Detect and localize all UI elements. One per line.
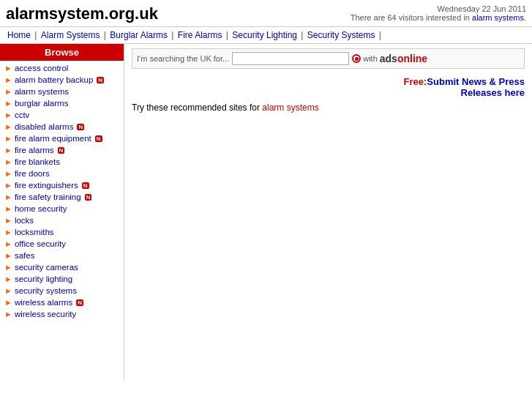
sidebar-link-fire-blankets[interactable]: fire blankets — [15, 157, 60, 166]
radio-button[interactable] — [352, 54, 361, 63]
arrow-icon: ► — [4, 169, 12, 178]
with-label: with — [363, 54, 378, 63]
arrow-icon: ► — [4, 239, 12, 248]
sidebar-link-security-cameras[interactable]: security cameras — [15, 263, 78, 272]
list-item: ► alarm systems — [0, 86, 124, 97]
sidebar-link-alarm-systems[interactable]: alarm systems — [15, 87, 69, 96]
sidebar-link-alarm-battery-backup[interactable]: alarm battery backup — [15, 75, 93, 84]
list-item: ► office security — [0, 238, 124, 250]
main-content: Browse ► access control ► alarm battery … — [0, 44, 532, 381]
arrow-icon: ► — [4, 216, 12, 225]
search-radio-area: with adsonline — [352, 53, 427, 64]
new-badge: N — [95, 135, 102, 142]
visitors-link[interactable]: alarm systems — [472, 13, 524, 22]
recommended-link[interactable]: alarm systems — [262, 102, 318, 113]
sidebar-link-fire-doors[interactable]: fire doors — [15, 169, 50, 178]
arrow-icon: ► — [4, 146, 12, 154]
sidebar-link-disabled-alarms[interactable]: disabled alarms — [15, 122, 74, 131]
list-item: ► alarm battery backup N — [0, 74, 124, 86]
list-item: ► security systems — [0, 285, 124, 297]
free-label: Free: — [404, 76, 427, 87]
sidebar-link-safes[interactable]: safes — [15, 251, 35, 260]
sidebar-link-burglar-alarms[interactable]: burglar alarms — [15, 99, 69, 108]
arrow-icon: ► — [4, 298, 12, 307]
search-label: I'm searching the UK for... — [137, 54, 229, 63]
nav-burglar-alarms[interactable]: Burglar Alarms — [110, 30, 168, 40]
nav-security-lighting[interactable]: Security Lighting — [232, 30, 297, 40]
list-item: ► fire blankets — [0, 156, 124, 168]
list-item: ► fire alarms N — [0, 144, 124, 156]
visitors-text: There are 64 visitors interested in — [351, 13, 472, 22]
arrow-icon: ► — [4, 75, 12, 84]
nav-fire-alarms[interactable]: Fire Alarms — [178, 30, 222, 40]
list-item: ► disabled alarms N — [0, 121, 124, 133]
ads-online-label: adsonline — [380, 53, 427, 64]
sidebar-link-security-lighting[interactable]: security lighting — [15, 275, 72, 283]
search-input[interactable] — [232, 52, 349, 65]
list-item: ► home security — [0, 203, 124, 215]
arrow-icon: ► — [4, 263, 12, 272]
sidebar-link-home-security[interactable]: home security — [15, 204, 67, 213]
arrow-icon: ► — [4, 310, 12, 318]
submit-news-link[interactable]: Submit News & PressReleases here — [427, 76, 525, 98]
list-item: ► fire safety training N — [0, 191, 124, 203]
online-label-text: online — [397, 53, 427, 64]
list-item: ► access control — [0, 62, 124, 74]
list-item: ► fire alarm equipment N — [0, 133, 124, 144]
content-area: I'm searching the UK for... with adsonli… — [124, 44, 532, 381]
sidebar-title: Browse — [0, 44, 124, 61]
arrow-icon: ► — [4, 134, 12, 143]
date-display: Wednesday 22 Jun 2011 — [351, 4, 526, 13]
nav-security-systems[interactable]: Security Systems — [307, 30, 375, 40]
list-item: ► fire doors — [0, 168, 124, 179]
new-badge: N — [82, 182, 89, 189]
sidebar-link-fire-extinguishers[interactable]: fire extinguishers — [15, 181, 78, 190]
list-item: ► security lighting — [0, 273, 124, 285]
sidebar-list: ► access control ► alarm battery backup … — [0, 61, 124, 321]
arrow-icon: ► — [4, 157, 12, 166]
sidebar-link-fire-safety-training[interactable]: fire safety training — [15, 193, 81, 201]
arrow-icon: ► — [4, 228, 12, 236]
sidebar-link-access-control[interactable]: access control — [15, 64, 69, 72]
sidebar-link-locksmiths[interactable]: locksmiths — [15, 228, 54, 236]
arrow-icon: ► — [4, 87, 12, 96]
list-item: ► locks — [0, 215, 124, 226]
list-item: ► wireless security — [0, 308, 124, 320]
sidebar-link-office-security[interactable]: office security — [15, 239, 66, 248]
main-nav: Home | Alarm Systems | Burglar Alarms | … — [0, 26, 532, 44]
list-item: ► wireless alarms N — [0, 297, 124, 308]
visitors-info: There are 64 visitors interested in alar… — [351, 13, 526, 22]
arrow-icon: ► — [4, 193, 12, 201]
recommended-text: Try these recommended sites for — [132, 102, 262, 113]
arrow-icon: ► — [4, 275, 12, 283]
arrow-icon: ► — [4, 251, 12, 260]
page-header: alarmsystem.org.uk Wednesday 22 Jun 2011… — [0, 0, 532, 26]
nav-home[interactable]: Home — [7, 30, 31, 40]
list-item: ► cctv — [0, 109, 124, 121]
sidebar: Browse ► access control ► alarm battery … — [0, 44, 124, 381]
site-title: alarmsystem.org.uk — [6, 4, 158, 23]
arrow-icon: ► — [4, 64, 12, 72]
sidebar-link-fire-alarms[interactable]: fire alarms — [15, 146, 54, 154]
list-item: ► safes — [0, 250, 124, 261]
sidebar-link-security-systems[interactable]: security systems — [15, 286, 77, 295]
nav-alarm-systems[interactable]: Alarm Systems — [41, 30, 100, 40]
sidebar-link-wireless-alarms[interactable]: wireless alarms — [15, 298, 72, 307]
sidebar-link-wireless-security[interactable]: wireless security — [15, 310, 76, 318]
new-badge: N — [85, 194, 92, 201]
sidebar-link-locks[interactable]: locks — [15, 216, 34, 225]
header-right: Wednesday 22 Jun 2011 There are 64 visit… — [351, 4, 526, 22]
recommended-section: Try these recommended sites for alarm sy… — [132, 102, 525, 113]
list-item: ► fire extinguishers N — [0, 179, 124, 191]
list-item: ► locksmiths — [0, 226, 124, 238]
arrow-icon: ► — [4, 286, 12, 295]
new-badge: N — [58, 147, 65, 154]
list-item: ► security cameras — [0, 261, 124, 273]
ads-label-text: ads — [380, 53, 397, 64]
sidebar-link-cctv[interactable]: cctv — [15, 111, 29, 119]
new-badge: N — [97, 77, 104, 83]
free-submit-area: Free:Submit News & PressReleases here — [132, 76, 525, 98]
new-badge: N — [76, 299, 83, 306]
sidebar-link-fire-alarm-equipment[interactable]: fire alarm equipment — [15, 134, 91, 143]
arrow-icon: ► — [4, 99, 12, 108]
